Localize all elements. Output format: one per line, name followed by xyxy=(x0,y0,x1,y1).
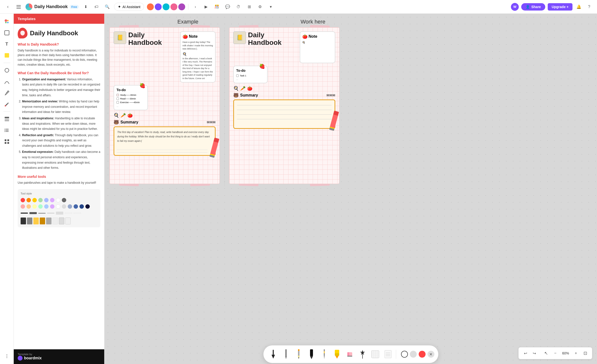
back-button[interactable]: ‹ xyxy=(4,3,12,11)
sticky-note-btn[interactable] xyxy=(2,50,12,60)
download-button[interactable]: ⬇ xyxy=(82,3,90,11)
svg-rect-29 xyxy=(298,349,299,351)
summary-header-ex: 🐻 Summary ✉✉✉ xyxy=(114,120,216,125)
table-tool-btn[interactable] xyxy=(2,114,12,124)
menu-button[interactable] xyxy=(15,3,23,11)
grid-tool-btn[interactable] xyxy=(2,137,12,146)
daily-handbook-title-ex: DailyHandbook xyxy=(128,31,162,47)
tag-button[interactable]: 🏷 xyxy=(92,3,100,11)
upgrade-button[interactable]: Upgrade + xyxy=(548,3,572,11)
ai-icon: ✦ xyxy=(118,4,121,9)
zoom-out-button[interactable]: − xyxy=(552,350,559,357)
help-button[interactable]: ? xyxy=(585,3,593,11)
swatch-blue[interactable] xyxy=(44,198,49,202)
swatch-light-purple[interactable] xyxy=(50,204,54,209)
swatch-navy-light[interactable] xyxy=(74,204,78,209)
dropdown-button[interactable]: ▾ xyxy=(267,3,275,11)
swatch-light-blue[interactable] xyxy=(44,204,49,209)
search-button[interactable]: 🔍 xyxy=(103,3,111,11)
svg-rect-17 xyxy=(5,139,6,141)
redo-button[interactable]: ↪ xyxy=(530,349,538,357)
share-button[interactable]: 👤 Share xyxy=(521,3,545,11)
pen-nib-tool[interactable] xyxy=(267,347,279,361)
swatch-dark[interactable] xyxy=(62,198,66,202)
color-white[interactable] xyxy=(401,351,408,358)
todo-card-work[interactable]: 🍓 To-do Task 1 ... xyxy=(233,66,268,83)
template-content: Daily Handbook What Is Daily Handbook? D… xyxy=(14,24,104,349)
highlighter-tool[interactable] xyxy=(331,347,343,361)
templates-panel-btn[interactable] xyxy=(2,17,12,26)
summary-header-work: 🐻 Summary ✉✉✉ xyxy=(233,93,335,98)
task1-checkbox[interactable] xyxy=(236,74,239,77)
use-item-5: Emotional expression: Daily handbook can… xyxy=(22,149,100,170)
sticker-8 xyxy=(65,218,71,224)
swatch-light-orange[interactable] xyxy=(26,204,31,209)
ai-assistant-button[interactable]: ✦ AI Assistant xyxy=(114,3,144,11)
frame-tool-btn[interactable] xyxy=(2,28,12,38)
zoom-in-button[interactable]: + xyxy=(572,350,579,357)
swatch-light-red[interactable] xyxy=(21,204,25,209)
swatch-light-green[interactable] xyxy=(38,204,43,209)
more-panels-btn[interactable] xyxy=(2,351,12,361)
line-tool-btn[interactable] xyxy=(2,77,12,86)
marker-tool[interactable] xyxy=(306,347,317,361)
bell-button[interactable]: 🔔 xyxy=(575,3,583,11)
timer-button[interactable]: ⏱ xyxy=(234,3,242,11)
template-logo-area: Daily Handbook xyxy=(18,28,100,38)
swatch-navy[interactable] xyxy=(79,204,84,209)
paper-tool[interactable] xyxy=(382,347,394,361)
egg-icon-w2: 🍳 xyxy=(233,86,239,91)
swatch-red[interactable] xyxy=(21,198,25,202)
note-card-work[interactable]: 🍅 Note 🍳 xyxy=(300,31,335,63)
star-wand-tool[interactable] xyxy=(357,347,368,361)
color-gray[interactable] xyxy=(410,351,417,358)
color-red[interactable] xyxy=(419,351,426,358)
swatch-white2[interactable] xyxy=(56,204,60,209)
swatch-purple[interactable] xyxy=(50,198,54,202)
thin-pen-tool[interactable] xyxy=(280,347,292,361)
cursor-tool-btn[interactable]: ↖ xyxy=(542,349,550,357)
user-avatar[interactable]: W xyxy=(511,3,519,11)
boardmix-label: boardmix xyxy=(24,356,42,360)
brush-pen-tool[interactable] xyxy=(318,347,330,361)
summary-section-ex: 🐻 Summary ✉✉✉ The first day of vacation!… xyxy=(114,120,216,156)
use-item-2: Memorization and review: Writing notes b… xyxy=(22,99,100,115)
list-tool-btn[interactable] xyxy=(2,125,12,135)
canvas-area[interactable]: Example Work here 📒 Dail xyxy=(104,14,597,364)
checkbox-3[interactable] xyxy=(117,101,119,104)
swatch-slate[interactable] xyxy=(68,204,72,209)
reactions-button[interactable]: 🎊 xyxy=(213,3,221,11)
eraser-tool[interactable] xyxy=(344,347,356,361)
close-color-btn[interactable]: ✕ xyxy=(428,351,434,358)
pen-tool-btn[interactable] xyxy=(2,88,12,98)
swatch-yellow[interactable] xyxy=(32,198,37,202)
table-button[interactable]: ⊞ xyxy=(245,3,253,11)
forward-button[interactable]: › xyxy=(191,3,199,11)
shape-tool-btn[interactable] xyxy=(2,65,12,75)
fit-view-button[interactable]: ⊡ xyxy=(581,349,589,357)
texture-tool[interactable] xyxy=(369,347,381,361)
brush-tool-btn[interactable] xyxy=(2,99,12,109)
separator-1 xyxy=(188,4,188,10)
checkbox-2[interactable] xyxy=(117,97,119,100)
swatch-orange[interactable] xyxy=(26,198,31,202)
swatch-light-gray[interactable] xyxy=(62,204,66,209)
play-button[interactable]: ▶ xyxy=(202,3,210,11)
work-grid[interactable]: 📒 DailyHandbook 🍅 Note 🍳 xyxy=(229,27,339,184)
swatch-green[interactable] xyxy=(38,198,43,202)
swatch-white[interactable] xyxy=(56,198,60,202)
svg-rect-9 xyxy=(5,119,9,120)
swatch-dark-navy[interactable] xyxy=(85,204,90,209)
todo-list-ex: Study——30min Read——30min Exercise ——45mi… xyxy=(117,94,145,107)
comment-button[interactable]: 💬 xyxy=(224,3,232,11)
summary-box-work[interactable] xyxy=(233,99,335,129)
pencil-tool[interactable] xyxy=(293,347,305,361)
sticker-7 xyxy=(59,218,64,224)
brush-3 xyxy=(38,213,46,214)
undo-button[interactable]: ↩ xyxy=(521,349,529,357)
checkbox-1[interactable] xyxy=(117,94,119,96)
filter-button[interactable]: ⚙ xyxy=(256,3,264,11)
panel-divider-2 xyxy=(3,111,10,112)
swatch-light-yellow[interactable] xyxy=(32,204,37,209)
text-tool-btn[interactable]: T xyxy=(2,39,12,49)
